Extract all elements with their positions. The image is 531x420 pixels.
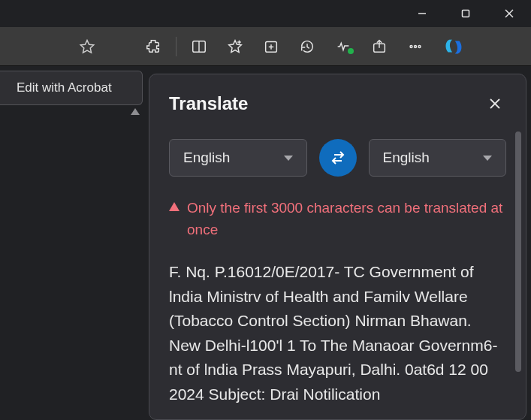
svg-point-14 [410,45,412,47]
toolbar-separator [176,37,176,56]
history-icon[interactable] [289,32,325,62]
warning-triangle-icon [169,202,180,211]
chevron-down-icon [284,156,293,161]
window-minimize-button[interactable] [400,0,444,27]
target-language-label: English [383,150,430,166]
panel-title: Translate [169,93,248,114]
split-screen-icon[interactable] [181,32,217,62]
browser-essentials-icon[interactable] [325,32,361,62]
favorites-icon[interactable] [217,32,253,62]
translation-output: F. Nq. P.16012/0E/2017- TC Government of… [169,260,506,406]
source-language-select[interactable]: English [169,139,307,177]
translate-panel: Translate English English [149,74,526,420]
window-close-button[interactable] [487,0,531,27]
warning-text: Only the first 3000 characters can be tr… [187,198,506,240]
source-language-label: English [183,150,230,166]
copilot-icon[interactable] [441,34,466,59]
svg-marker-4 [80,40,93,53]
more-icon[interactable] [397,32,433,62]
edit-with-acrobat-tab[interactable]: Edit with Acrobat [0,71,143,105]
chevron-down-icon [483,156,492,161]
left-sidebar: Edit with Acrobat [0,66,143,420]
collections-icon[interactable] [253,32,289,62]
health-status-dot [348,48,354,54]
svg-point-15 [415,45,417,47]
panel-scrollbar[interactable] [515,131,521,372]
extensions-icon[interactable] [135,32,171,62]
swap-languages-button[interactable] [319,139,357,177]
target-language-select[interactable]: English [369,139,507,177]
warning-message: Only the first 3000 characters can be tr… [169,198,506,240]
acrobat-tab-label: Edit with Acrobat [17,80,112,95]
pdf-scroll-up-arrow[interactable] [131,108,140,115]
share-icon[interactable] [361,32,397,62]
panel-close-button[interactable] [484,92,506,115]
window-titlebar [0,0,531,27]
browser-toolbar [0,27,531,66]
svg-point-16 [418,45,421,47]
svg-rect-1 [463,11,469,17]
window-maximize-button[interactable] [444,0,487,27]
favorite-star-icon[interactable] [72,32,102,62]
